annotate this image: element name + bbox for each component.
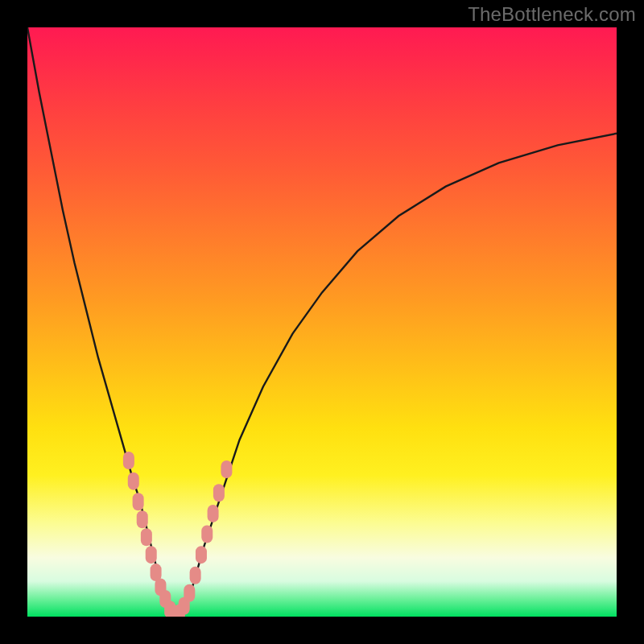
- bottleneck-curve: [27, 27, 617, 617]
- curve-marker: [133, 493, 144, 510]
- curve-marker: [196, 546, 207, 564]
- curve-marker: [141, 528, 152, 546]
- marker-layer: [123, 452, 233, 617]
- curve-marker: [137, 510, 148, 528]
- plot-area: [27, 27, 617, 617]
- curve-marker: [208, 505, 219, 522]
- curve-path: [27, 27, 617, 617]
- curve-marker: [190, 567, 201, 584]
- curve-marker: [146, 546, 157, 564]
- chart-frame: TheBottleneck.com: [0, 0, 644, 644]
- watermark-text: TheBottleneck.com: [468, 3, 636, 26]
- curve-marker: [221, 460, 232, 478]
- curve-marker: [184, 584, 195, 602]
- curve-marker: [123, 452, 134, 469]
- curve-marker: [213, 484, 225, 502]
- curve-layer: [27, 27, 617, 617]
- curve-marker: [128, 473, 139, 490]
- curve-marker: [201, 526, 213, 543]
